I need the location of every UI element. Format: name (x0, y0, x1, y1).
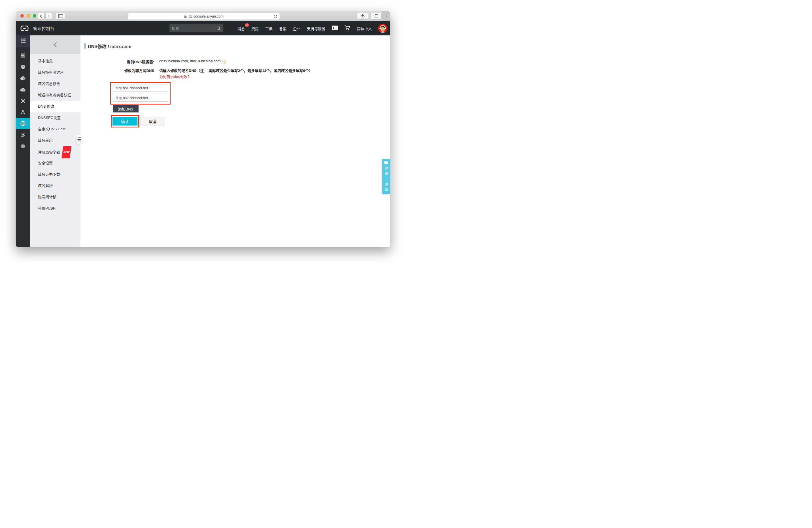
address-bar[interactable]: dc.console.aliyun.com (128, 13, 280, 20)
sidebar-item-holder-transfer[interactable]: 域名持有者过户 (30, 67, 81, 78)
sidebar-item-real-name[interactable]: 域名持有者实名认证 (30, 89, 81, 101)
maximize-window-button[interactable] (33, 14, 36, 17)
nav-messages[interactable]: 消息 2 (237, 26, 245, 31)
rail-item-storage[interactable] (16, 73, 30, 84)
nav-icp[interactable]: 备案 (279, 26, 287, 31)
avatar[interactable] (378, 24, 387, 33)
url-text: dc.console.aliyun.com (189, 14, 223, 18)
share-button[interactable] (357, 13, 368, 19)
topnav-right: 消息 2 费用 工单 备案 企业 支持与服务 (237, 21, 387, 35)
invalid-dns-help-link[interactable]: 为何提示dns无效? (159, 74, 189, 79)
product-icon-rail (16, 35, 30, 247)
user-circle-icon (20, 144, 26, 148)
console-search[interactable] (170, 24, 223, 32)
lock-icon (184, 14, 187, 18)
rail-item-domains[interactable] (16, 118, 30, 129)
collapse-lines-icon (77, 137, 81, 142)
sidebar-item-custom-dns-host[interactable]: 自定义DNS Host (30, 123, 81, 135)
sidebar-item-dns-resolve[interactable]: 域名解析 (30, 180, 81, 191)
chevron-left-icon (53, 42, 58, 48)
consult-tab-label: 咨询·建议 (382, 166, 390, 193)
chevron-left-icon (39, 14, 43, 18)
cloud-upload-icon (20, 88, 26, 92)
dns-input-2[interactable] (113, 94, 168, 102)
cart-icon[interactable] (345, 25, 350, 31)
nav-enterprise[interactable]: 企业 (293, 26, 300, 31)
search-input[interactable] (170, 26, 214, 31)
sidebar-toggle-button[interactable] (55, 13, 66, 19)
current-dns-label: 当前DNS服务器: (81, 59, 154, 64)
rail-item-network[interactable] (16, 95, 30, 106)
cloud-storage-icon (20, 76, 26, 80)
title-accent-bar (84, 43, 86, 49)
chevron-right-icon (47, 14, 51, 18)
warning-icon[interactable]: ! (222, 60, 227, 64)
nav-support[interactable]: 支持与服务 (307, 26, 325, 31)
apps-grid-icon (21, 39, 26, 43)
desktop: dc.console.aliyun.com + (0, 0, 406, 264)
sidebar-item-push-with-price[interactable]: 带价PUSH (30, 203, 81, 214)
search-icon[interactable] (214, 26, 223, 31)
forward-button[interactable] (45, 13, 52, 19)
tabs-icon (374, 14, 378, 18)
sidebar-item-security-settings[interactable]: 安全设置 (30, 158, 81, 169)
sidebar-item-registry-lock[interactable]: 注册局安全锁NEW (30, 146, 81, 158)
share-icon (360, 14, 365, 19)
new-tab-button[interactable]: + (382, 11, 390, 21)
server-list-icon (20, 53, 26, 58)
gear-cloud-icon (20, 133, 26, 137)
browser-titlebar: dc.console.aliyun.com + (16, 11, 390, 21)
nav-billing[interactable]: 费用 (251, 26, 259, 31)
brand: 管理控制台 (20, 25, 54, 31)
close-window-button[interactable] (20, 14, 24, 17)
sidebar-item-basic-info[interactable]: 基本信息 (30, 56, 81, 67)
new-badge: NEW (61, 146, 71, 158)
sidebar-item-dnssec[interactable]: DNSSEC设置 (30, 112, 81, 123)
globe-icon (20, 121, 26, 126)
rail-item-services[interactable] (16, 129, 30, 141)
dns-modify-panel: DNS修改 / ioiox.com 当前DNS服务器: dns9.hichina… (81, 35, 390, 247)
current-dns-value: dns9.hichina.com, dns10.hichina.com! (159, 59, 227, 64)
cancel-button[interactable]: 取消 (140, 117, 165, 126)
show-tabs-button[interactable] (370, 13, 382, 19)
add-dns-button[interactable]: 添加DNS (113, 105, 139, 113)
minimize-window-button[interactable] (27, 14, 30, 17)
dns-instruction: 请输入修改的域名DNS（注： 国际域名最少填写2个，最多填写13个，国内域名最多… (159, 68, 313, 73)
rail-item-cdn[interactable] (16, 84, 30, 95)
sidebar-panel-icon (58, 14, 63, 18)
sidebar-menu: 基本信息 域名持有者过户 域名信息修改 域名持有者实名认证 DNS 修改 DNS… (30, 54, 81, 214)
consult-feedback-tab[interactable]: 咨询·建议 (382, 159, 390, 194)
refresh-icon[interactable] (273, 14, 278, 19)
nav-language[interactable]: 简体中文 (357, 26, 372, 31)
sidebar-item-dns-modify[interactable]: DNS 修改 (30, 101, 81, 112)
cloudshell-icon[interactable] (332, 26, 338, 31)
domain-sidebar: 基本信息 域名持有者过户 域名信息修改 域名持有者实名认证 DNS 修改 DNS… (30, 35, 81, 247)
rail-item-ecs[interactable] (16, 50, 30, 61)
rail-item-profile[interactable] (16, 141, 30, 152)
sidebar-collapse-header[interactable] (30, 35, 81, 54)
nav-tickets[interactable]: 工单 (265, 26, 273, 31)
cross-nodes-icon (21, 99, 26, 103)
console-body: 基本信息 域名持有者过户 域名信息修改 域名持有者实名认证 DNS 修改 DNS… (16, 35, 390, 247)
rail-item-cluster[interactable] (16, 106, 30, 118)
sidebar-collapse-handle[interactable] (76, 135, 82, 144)
shield-icon (21, 64, 26, 69)
modify-dns-label: 修改为非万网DNS (81, 68, 154, 73)
sidebar-item-info-modify[interactable]: 域名信息修改 (30, 78, 81, 89)
message-count-badge: 2 (245, 23, 249, 27)
confirm-button[interactable]: 确认 (113, 117, 137, 126)
back-button[interactable] (38, 13, 44, 19)
console-topnav: 管理控制台 消息 2 费用 工单 备案 (16, 21, 390, 35)
chat-bubble-icon (384, 161, 389, 165)
header-divider (86, 55, 387, 55)
rail-item-apps[interactable] (16, 35, 30, 47)
sidebar-item-transfer-out[interactable]: 域名转出 (30, 135, 81, 146)
rail-item-security[interactable] (16, 61, 30, 73)
dns-input-1[interactable] (113, 84, 168, 92)
sidebar-item-account-transfer[interactable]: 账号间转移 (30, 191, 81, 203)
page-title: DNS修改 / ioiox.com (88, 43, 131, 49)
cluster-nodes-icon (20, 110, 26, 115)
sidebar-item-cert-download[interactable]: 域名证书下载 (30, 169, 81, 180)
console-title: 管理控制台 (33, 26, 54, 31)
aliyun-logo-icon (20, 25, 29, 31)
